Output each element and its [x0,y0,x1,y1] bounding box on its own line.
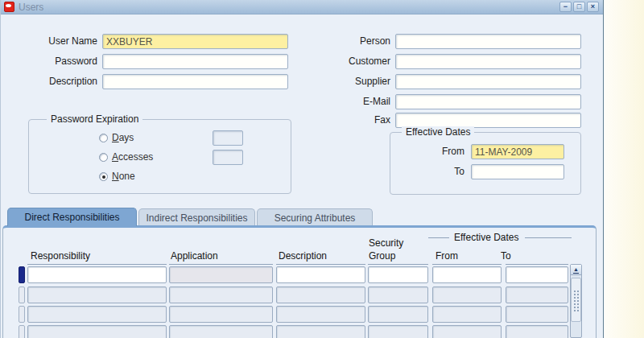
password-input[interactable] [102,54,288,69]
window-title: Users [19,0,43,14]
tab-direct-responsibilities[interactable]: Direct Responsibilities [7,208,137,226]
cell-security-group [368,306,428,323]
maximize-icon[interactable]: □ [573,2,585,12]
record-indicator[interactable] [19,266,25,283]
radio-days-label: Days [112,131,134,144]
cell-description [276,325,365,338]
password-expiration-group: Password Expiration Days Accesses None [28,119,291,194]
cell-from [432,286,502,303]
effective-dates-line-right [525,237,572,238]
cell-to [506,325,568,338]
radio-accesses[interactable] [99,153,108,162]
email-input[interactable] [395,94,581,109]
underline-responsibility [27,264,167,265]
cell-from [432,306,502,323]
radio-none-label: None [112,170,135,183]
oracle-logo-icon [4,2,14,12]
person-label: Person [313,34,390,49]
scrollbar-grip-dots [573,290,580,312]
cell-from[interactable] [432,266,502,283]
window-controls: − □ × [559,2,599,12]
underline-to [506,264,568,265]
effective-dates-group: Effective Dates From To [390,132,581,195]
customer-label: Customer [313,54,390,69]
desktop-background: { "window": { "title": "Users", "icons":… [0,0,644,338]
scroll-up-bar [573,273,579,274]
effective-to-label: To [415,164,464,179]
days-input[interactable] [213,130,243,146]
cell-description [276,306,365,323]
effective-dates-legend: Effective Dates [402,126,474,138]
radio-none[interactable] [99,172,108,181]
security-group-header-line2: Group [369,250,395,262]
accesses-rest: ccesses [118,151,153,163]
effective-from-input[interactable] [471,144,564,159]
col-header-to: To [501,250,511,262]
user-name-input[interactable] [102,34,288,49]
cell-responsibility[interactable] [27,266,167,283]
accesses-input[interactable] [213,150,243,165]
email-label: E-Mail [313,94,390,109]
security-group-header-line1: Security [369,237,403,249]
description-label: Description [23,74,97,89]
underline-from [432,264,502,265]
effective-dates-column-header: Effective Dates [454,232,518,243]
tab-securing-attributes[interactable]: Securing Attributes [257,208,373,227]
cell-description[interactable] [276,266,365,283]
supplier-label: Supplier [313,74,390,89]
direct-responsibilities-panel: Security Group Effective Dates Responsib… [2,225,597,338]
col-header-from: From [436,250,458,262]
record-indicator [19,286,25,303]
record-indicator [19,306,25,323]
radio-days[interactable] [99,134,108,142]
days-mnemonic: D [112,132,119,143]
cell-description [276,286,365,303]
cell-security-group [368,325,428,338]
cell-to[interactable] [506,266,568,283]
col-header-responsibility: Responsibility [31,250,90,262]
cell-to [506,286,568,303]
none-mnemonic: N [112,171,119,182]
cell-responsibility [27,325,167,338]
underline-application [169,264,273,265]
password-label: Password [23,54,97,69]
vertical-scrollbar[interactable]: ▲ [570,264,582,338]
cell-responsibility [27,286,167,303]
days-rest: ays [119,132,134,143]
users-window: Users − □ × User Name Password Descripti… [0,0,604,338]
cell-responsibility [27,306,167,323]
effective-from-label: From [415,144,464,159]
oracle-ring [6,4,11,7]
cell-security-group [368,286,428,303]
cell-application [169,325,273,338]
effective-dates-line-left [428,237,449,238]
tab-indirect-responsibilities[interactable]: Indirect Responsibilities [138,208,255,227]
effective-to-input[interactable] [471,164,564,179]
accesses-mnemonic: A [112,151,118,163]
scroll-up-icon[interactable]: ▲ [571,265,581,275]
cell-application [169,286,273,303]
none-rest: one [119,171,135,182]
scrollbar-thumb[interactable] [571,278,581,322]
close-icon[interactable]: × [587,2,599,12]
customer-input[interactable] [395,54,581,69]
window-titlebar[interactable]: Users − □ × [1,0,603,14]
cell-application [169,306,273,323]
cell-to [506,306,568,323]
underline-security-group [368,264,428,265]
user-name-label: User Name [23,34,97,49]
minimize-icon[interactable]: − [559,2,572,12]
col-header-description: Description [279,250,327,262]
password-expiration-legend: Password Expiration [47,113,142,125]
cell-application[interactable] [169,266,273,283]
col-header-application: Application [171,250,218,262]
underline-description [276,264,365,265]
fax-label: Fax [313,113,390,128]
cell-security-group[interactable] [368,266,428,283]
cell-from [432,325,502,338]
description-input[interactable] [102,74,288,89]
record-indicator [19,325,25,338]
person-input[interactable] [395,34,581,49]
radio-accesses-label: Accesses [112,150,153,163]
supplier-input[interactable] [395,74,581,89]
